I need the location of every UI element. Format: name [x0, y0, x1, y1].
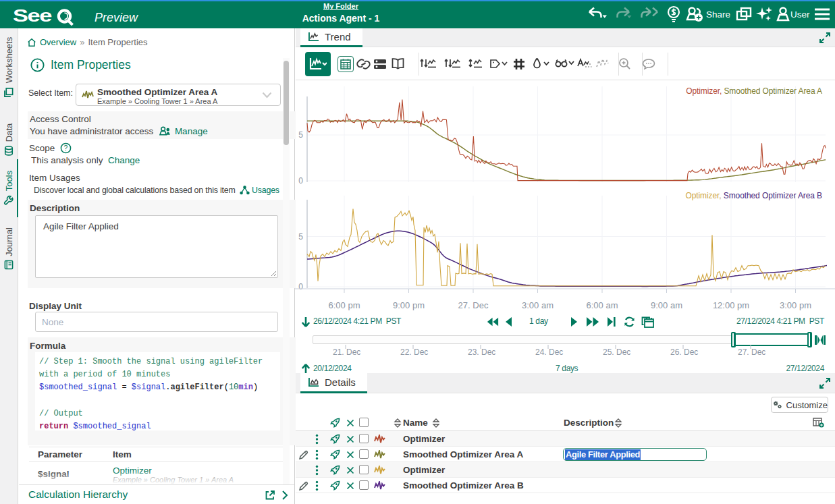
svg-text:0: 0	[298, 176, 303, 186]
svg-text:3:00 pm: 3:00 pm	[780, 300, 811, 310]
svg-text:9:00 pm: 9:00 pm	[393, 300, 425, 310]
svg-text:6:00 pm: 6:00 pm	[329, 300, 360, 310]
svg-text:0: 0	[298, 282, 303, 291]
svg-text:Optimizer, Smoothed Optimizer: Optimizer, Smoothed Optimizer Area B	[686, 191, 823, 200]
svg-text:6:00 am: 6:00 am	[587, 300, 618, 310]
svg-text:27. Dec: 27. Dec	[458, 300, 489, 310]
svg-text:5: 5	[298, 232, 303, 242]
svg-text:?: ?	[64, 144, 68, 152]
svg-text:9:00 am: 9:00 am	[651, 300, 682, 310]
svg-text:5: 5	[298, 130, 303, 140]
svg-text:12:00 pm: 12:00 pm	[713, 300, 749, 310]
svg-text:3:00 am: 3:00 am	[522, 300, 554, 310]
svg-text:Optimizer, Smoothed Optimizer: Optimizer, Smoothed Optimizer Area A	[686, 86, 822, 96]
